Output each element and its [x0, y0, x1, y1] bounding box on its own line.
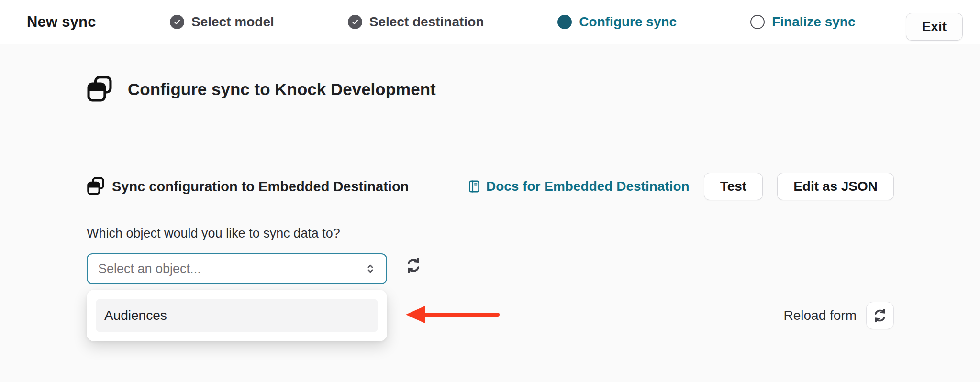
object-select-dropdown: Audiences	[87, 290, 387, 341]
empty-circle-icon	[750, 15, 765, 29]
refresh-arrows-icon	[405, 257, 422, 274]
sync-configuration-section-row: Sync configuration to Embedded Destinati…	[86, 173, 894, 200]
object-field-label: Which object would you like to sync data…	[87, 226, 340, 241]
refresh-objects-button[interactable]	[405, 257, 422, 274]
dropdown-option-audiences[interactable]: Audiences	[96, 299, 378, 332]
docs-link-label: Docs for Embedded Destination	[486, 179, 690, 194]
filled-circle-icon	[557, 15, 572, 29]
exit-button[interactable]: Exit	[906, 13, 963, 41]
step-select-destination[interactable]: Select destination	[348, 14, 484, 30]
step-label: Finalize sync	[772, 14, 855, 30]
section-actions: Docs for Embedded Destination Test Edit …	[467, 173, 894, 200]
wizard-header: New sync Select model Select destination	[0, 0, 980, 44]
check-icon	[348, 15, 362, 29]
step-label: Configure sync	[579, 14, 677, 30]
wizard-stepper: Select model Select destination Configur…	[170, 0, 855, 44]
refresh-arrows-icon	[872, 308, 888, 323]
step-label: Select destination	[369, 14, 484, 30]
reload-form-row: Reload form	[783, 302, 894, 329]
chevron-up-down-icon	[364, 262, 377, 275]
reload-form-button[interactable]	[866, 302, 894, 329]
edit-as-json-button[interactable]: Edit as JSON	[777, 173, 894, 200]
step-select-model[interactable]: Select model	[170, 14, 274, 30]
reload-form-label: Reload form	[783, 308, 857, 323]
stacked-windows-icon	[86, 76, 113, 103]
step-separator	[291, 22, 331, 22]
step-finalize-sync[interactable]: Finalize sync	[750, 14, 855, 30]
section-heading: Sync configuration to Embedded Destinati…	[112, 179, 409, 195]
red-arrow-left-icon	[405, 305, 501, 325]
step-label: Select model	[191, 14, 274, 30]
object-select[interactable]: Select an object...	[87, 253, 387, 284]
docs-link[interactable]: Docs for Embedded Destination	[467, 179, 690, 194]
step-separator	[501, 22, 540, 22]
configure-sync-heading-row: Configure sync to Knock Development	[86, 76, 436, 103]
configure-sync-heading: Configure sync to Knock Development	[128, 80, 436, 99]
check-icon	[170, 15, 184, 29]
section-heading-group: Sync configuration to Embedded Destinati…	[86, 177, 409, 196]
step-configure-sync[interactable]: Configure sync	[557, 14, 677, 30]
stacked-windows-icon	[86, 177, 105, 196]
book-icon	[467, 179, 481, 194]
page-title: New sync	[27, 0, 96, 44]
new-sync-wizard-page: New sync Select model Select destination	[0, 0, 980, 382]
step-separator	[694, 22, 733, 22]
object-select-placeholder: Select an object...	[98, 262, 201, 276]
test-button[interactable]: Test	[704, 173, 763, 200]
